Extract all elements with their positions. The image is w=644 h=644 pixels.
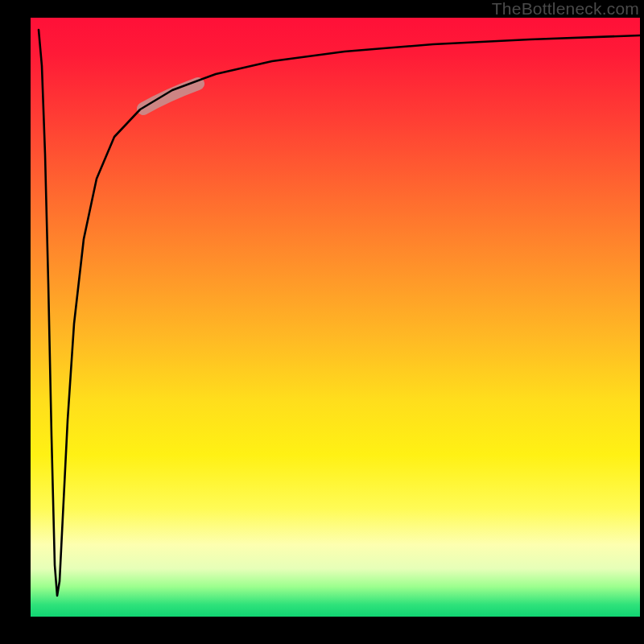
chart-frame: TheBottleneck.com: [0, 0, 644, 644]
curve-layer: [31, 18, 640, 617]
highlight-segment: [143, 84, 198, 109]
plot-area: [31, 18, 640, 617]
bottleneck-curve: [39, 30, 640, 596]
watermark-text: TheBottleneck.com: [492, 0, 639, 18]
